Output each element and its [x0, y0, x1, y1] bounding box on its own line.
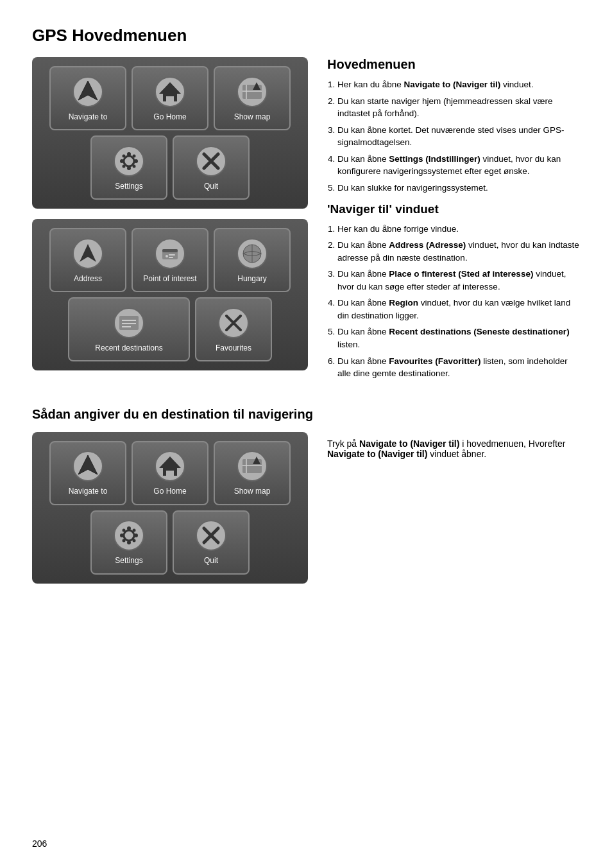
svg-rect-29 [169, 254, 175, 256]
svg-point-54 [127, 526, 131, 530]
list-item: Du kan åbne Recent destinations (Seneste… [337, 326, 580, 351]
quit-btn[interactable]: Quit [173, 135, 250, 200]
address-btn[interactable]: Address [49, 228, 126, 292]
recent-dest-icon [112, 306, 146, 340]
quit-label-2: Quit [204, 556, 218, 565]
favourites-label: Favourites [216, 343, 251, 352]
navigate-to-icon [71, 75, 105, 108]
svg-point-14 [120, 159, 124, 163]
go-home-btn[interactable]: Go Home [132, 66, 208, 130]
svg-point-56 [120, 534, 124, 537]
svg-rect-4 [166, 96, 174, 101]
svg-point-10 [114, 146, 144, 176]
list-item: Du kan åbne Place o finterest (Sted af i… [337, 268, 580, 293]
go-home-label: Go Home [153, 112, 186, 121]
bottom-inner: Navigate to Go Home [32, 432, 580, 584]
list-item: Du kan åbne Address (Adresse) vinduet, h… [337, 239, 580, 264]
list-item: Du kan åbne Settings (Indstillinger) vin… [337, 153, 580, 178]
settings-btn-2[interactable]: Settings [90, 510, 167, 575]
quit-label: Quit [204, 182, 218, 191]
menu3-row-bottom: Settings Quit [41, 510, 299, 575]
svg-point-19 [123, 164, 126, 168]
go-home-label-2: Go Home [153, 487, 186, 496]
show-map-icon-2 [235, 449, 269, 483]
recent-dest-label: Recent destinations [95, 343, 162, 352]
section-hovedmenuen-heading: Hovedmenuen [327, 57, 580, 72]
settings-label-2: Settings [115, 556, 142, 565]
right-text-col: Hovedmenuen Her kan du åbne Navigate to … [327, 57, 580, 388]
svg-point-13 [127, 166, 131, 170]
quit-icon [194, 144, 228, 178]
bottom-right-col: Tryk på Navigate to (Naviger til) i hove… [327, 432, 580, 584]
address-icon [71, 237, 105, 270]
bottom-section: Sådan angiver du en destination til navi… [32, 407, 580, 584]
navigate-to-panel: Address Point of interest [32, 219, 308, 370]
menu-row-top: Navigate to Go Home [41, 66, 299, 130]
svg-point-18 [133, 154, 136, 157]
settings-icon [112, 144, 146, 178]
show-map-label-2: Show map [234, 487, 271, 496]
go-home-btn-2[interactable]: Go Home [132, 441, 208, 505]
quit-btn-2[interactable]: Quit [173, 510, 250, 575]
menu3-row-top: Navigate to Go Home [41, 441, 299, 505]
hungary-icon [235, 237, 269, 270]
svg-point-59 [133, 539, 136, 542]
poi-btn[interactable]: Point of interest [132, 228, 208, 292]
settings-label: Settings [115, 182, 142, 191]
page-title: GPS Hovedmenuen [32, 26, 580, 46]
favourites-btn[interactable]: Favourites [195, 297, 272, 361]
section-naviger-til-heading: 'Naviger til' vinduet [327, 202, 580, 216]
list-item: Du kan åbne Region vinduet, hvor du kan … [337, 297, 580, 322]
navigate-to-label: Navigate to [69, 112, 108, 121]
svg-point-12 [127, 152, 131, 156]
list-item: Du kan åbne kortet. Det nuværende sted v… [337, 124, 580, 149]
main-menu-panel: Navigate to Go Home [32, 57, 308, 209]
section-hovedmenuen-list: Her kan du åbne Navigate to (Naviger til… [327, 78, 580, 195]
show-map-btn-2[interactable]: Show map [214, 441, 291, 505]
settings-icon-2 [112, 519, 146, 552]
list-item: Du kan åbne Favourites (Favoritter) list… [337, 355, 580, 380]
svg-point-55 [127, 541, 131, 544]
svg-point-60 [133, 529, 136, 532]
poi-icon [153, 237, 187, 270]
go-home-icon-2 [153, 449, 187, 483]
navigate-to-btn[interactable]: Navigate to [49, 66, 126, 130]
show-map-label: Show map [234, 112, 271, 121]
bottom-left-col: Navigate to Go Home [32, 432, 308, 584]
svg-point-28 [166, 255, 168, 257]
page-number: 206 [32, 838, 47, 849]
go-home-icon [153, 75, 187, 108]
svg-point-58 [123, 529, 126, 532]
svg-point-52 [114, 521, 144, 550]
navigate-to-btn-2[interactable]: Navigate to [49, 441, 126, 505]
svg-rect-27 [162, 249, 178, 252]
saadan-heading: Sådan angiver du en destination til navi… [32, 407, 580, 422]
navto-row-top: Address Point of interest [41, 228, 299, 292]
svg-rect-46 [166, 471, 174, 476]
show-map-btn[interactable]: Show map [214, 66, 291, 130]
recent-dest-btn[interactable]: Recent destinations [68, 297, 190, 361]
list-item: Du kan starte naviger hjem (hjemmeadress… [337, 95, 580, 120]
navigate-to-icon-2 [71, 449, 105, 483]
svg-point-17 [133, 164, 136, 168]
svg-point-16 [123, 154, 126, 157]
main-menu-panel-2: Navigate to Go Home [32, 432, 308, 584]
quit-icon-2 [194, 519, 228, 552]
hungary-btn[interactable]: Hungary [214, 228, 291, 292]
svg-point-61 [123, 539, 126, 542]
svg-point-15 [134, 159, 138, 163]
navigate-to-label-2: Navigate to [69, 487, 108, 496]
favourites-icon [217, 306, 250, 340]
list-item: Her kan du åbne Navigate to (Naviger til… [337, 78, 580, 91]
svg-rect-30 [169, 257, 173, 258]
menu-row-bottom: Settings Quit [41, 135, 299, 200]
settings-btn[interactable]: Settings [90, 135, 167, 200]
svg-point-57 [134, 534, 138, 537]
show-map-icon [235, 75, 269, 108]
left-screenshots-col: Navigate to Go Home [32, 57, 308, 388]
navto-row-bottom: Recent destinations Favourites [41, 297, 299, 361]
list-item: Du kan slukke for navigeringssystemet. [337, 182, 580, 195]
hungary-label: Hungary [237, 274, 266, 283]
address-label: Address [74, 274, 102, 283]
saadan-text: Tryk på Navigate to (Naviger til) i hove… [327, 438, 580, 459]
